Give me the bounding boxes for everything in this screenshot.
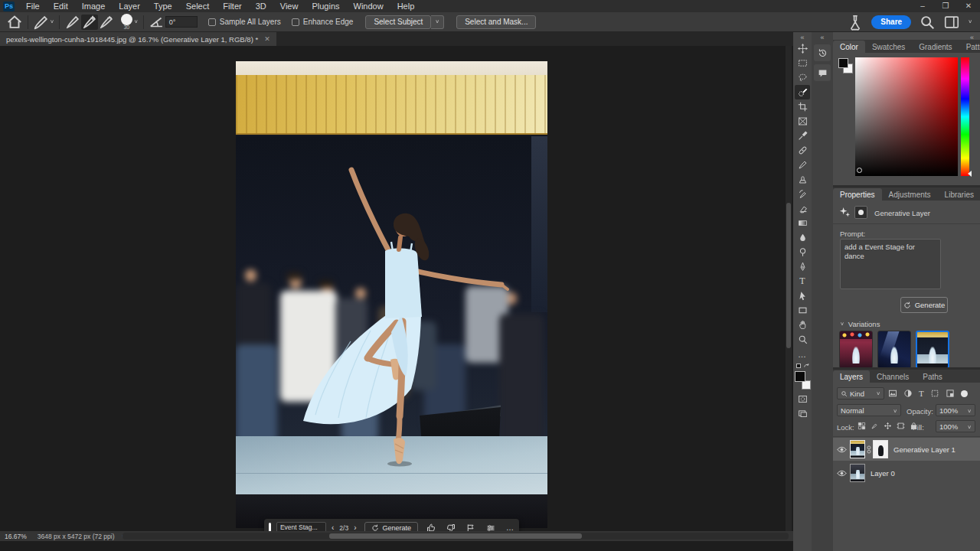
generate-button[interactable]: Generate (900, 297, 948, 313)
foreground-color-swatch[interactable] (795, 371, 805, 382)
selection-mode-add-icon[interactable] (81, 15, 98, 30)
variation-thumbnail-2[interactable] (877, 331, 911, 369)
workspace-chevron-icon[interactable]: ∨ (968, 19, 972, 24)
vertical-scrollbar-thumb[interactable] (786, 203, 791, 348)
frame-tool[interactable] (795, 114, 810, 129)
filter-adjustment-layers-icon[interactable] (903, 389, 913, 398)
variation-thumbnail-3[interactable] (916, 331, 949, 369)
filter-smart-objects-icon[interactable] (946, 389, 955, 398)
menu-file[interactable]: File (19, 0, 47, 12)
rectangular-marquee-tool[interactable] (795, 56, 810, 70)
tab-libraries[interactable]: Libraries (938, 188, 980, 201)
brush-size-chevron-icon[interactable]: ∨ (134, 19, 139, 24)
history-panel-icon[interactable] (814, 44, 831, 61)
flask-icon[interactable] (847, 15, 864, 30)
blend-mode-dropdown[interactable]: Normal ∨ (837, 404, 901, 416)
lock-pixels-icon[interactable] (871, 422, 879, 430)
layer-name[interactable]: Layer 0 (871, 469, 895, 478)
layer-mask-thumbnail[interactable] (873, 440, 888, 458)
selection-mode-subtract-icon[interactable] (98, 15, 115, 30)
share-button[interactable]: Share (871, 15, 911, 29)
variation-thumbnail-1[interactable] (839, 331, 873, 369)
move-tool[interactable] (795, 41, 810, 56)
gradient-tool[interactable] (795, 216, 810, 230)
crop-tool[interactable] (795, 99, 810, 114)
tab-swatches[interactable]: Swatches (865, 41, 912, 53)
document-tab[interactable]: pexels-wellington-cunha-1918445.jpg @ 16… (0, 32, 276, 46)
tab-channels[interactable]: Channels (870, 370, 916, 383)
color-picker-marker[interactable] (857, 168, 862, 173)
layer-mask-link-icon[interactable] (867, 445, 871, 455)
blur-tool[interactable] (795, 230, 810, 245)
tool-preset-brush-icon[interactable] (33, 15, 50, 30)
menu-plugins[interactable]: Plugins (305, 0, 346, 12)
menu-image[interactable]: Image (75, 0, 113, 12)
vertical-scrollbar[interactable] (786, 46, 792, 541)
quick-mask-icon[interactable] (795, 392, 810, 406)
rectangle-shape-tool[interactable] (795, 303, 810, 318)
select-subject-button[interactable]: Select Subject (365, 15, 431, 29)
menu-select[interactable]: Select (179, 0, 217, 12)
layer-row-generative[interactable]: Generative Layer 1 (833, 438, 980, 461)
enhance-edge-checkbox[interactable]: Enhance Edge (292, 18, 354, 26)
layer-filter-dropdown[interactable]: Kind ∨ (837, 387, 884, 399)
home-icon[interactable] (6, 15, 23, 30)
horizontal-scrollbar[interactable] (122, 533, 789, 540)
menu-help[interactable]: Help (390, 0, 422, 12)
zoom-level[interactable]: 16.67% (0, 533, 33, 540)
type-tool[interactable]: T (795, 274, 810, 289)
brush-tool[interactable] (795, 158, 810, 172)
hue-marker[interactable] (968, 171, 972, 177)
comments-panel-icon[interactable] (814, 64, 831, 81)
lock-transparency-icon[interactable] (858, 422, 866, 430)
menu-layer[interactable]: Layer (112, 0, 147, 12)
layer-thumbnail[interactable] (850, 440, 865, 458)
sample-all-layers-checkbox[interactable]: Sample All Layers (208, 18, 281, 26)
layer-name[interactable]: Generative Layer 1 (893, 445, 956, 454)
prompt-input[interactable]: add a Event Stage for dance (840, 239, 941, 289)
brush-angle-input[interactable]: 0° (165, 16, 198, 28)
zoom-tool[interactable] (795, 332, 810, 347)
brush-size-picker[interactable]: 30 (121, 14, 132, 30)
expand-panels-icon[interactable]: « (820, 34, 824, 41)
select-and-mask-button[interactable]: Select and Mask... (456, 15, 536, 29)
layer-row-background[interactable]: Layer 0 (833, 462, 980, 484)
quick-selection-tool[interactable] (795, 85, 810, 99)
eraser-tool[interactable] (795, 201, 810, 216)
foreground-color-swatch[interactable] (838, 58, 848, 68)
layer-thumbnail[interactable] (850, 464, 865, 482)
menu-view[interactable]: View (273, 0, 305, 12)
workspace-switcher-icon[interactable] (943, 15, 960, 30)
visibility-eye-icon[interactable] (833, 470, 850, 477)
default-swap-colors[interactable] (795, 363, 810, 370)
edit-toolbar-icon[interactable]: … (795, 347, 810, 361)
filter-toggle-icon[interactable] (961, 390, 968, 397)
hue-strip[interactable] (961, 57, 969, 176)
path-selection-tool[interactable] (795, 289, 810, 303)
tab-close-icon[interactable]: ✕ (264, 35, 270, 43)
lock-position-icon[interactable] (884, 422, 892, 430)
canvas-area[interactable]: Event Stag... ‹ 2/3 › Generate (0, 46, 793, 541)
color-swatches[interactable] (794, 371, 811, 390)
document-canvas-image[interactable] (236, 61, 547, 528)
filter-type-layers-icon[interactable]: T (919, 389, 924, 398)
opacity-dropdown[interactable]: 100% ∨ (936, 404, 975, 416)
filter-pixel-layers-icon[interactable] (888, 389, 897, 398)
selection-mode-new-icon[interactable] (64, 15, 81, 30)
menu-filter[interactable]: Filter (216, 0, 248, 12)
tab-paths[interactable]: Paths (916, 370, 949, 383)
pen-tool[interactable] (795, 259, 810, 274)
close-button[interactable]: ✕ (957, 0, 980, 12)
fill-dropdown[interactable]: 100% ∨ (936, 420, 975, 432)
tab-gradients[interactable]: Gradients (912, 41, 959, 53)
tool-preset-chevron-icon[interactable]: ∨ (50, 19, 54, 24)
filter-shape-layers-icon[interactable] (930, 389, 939, 398)
tab-layers[interactable]: Layers (833, 370, 870, 383)
select-subject-dropdown[interactable]: ∨ (431, 15, 444, 29)
hand-tool[interactable] (795, 318, 810, 332)
menu-3d[interactable]: 3D (249, 0, 273, 12)
lock-artboard-icon[interactable] (897, 422, 905, 430)
spot-healing-brush-tool[interactable] (795, 143, 810, 158)
tab-patterns[interactable]: Patterns (959, 41, 980, 53)
history-brush-tool[interactable] (795, 187, 810, 201)
